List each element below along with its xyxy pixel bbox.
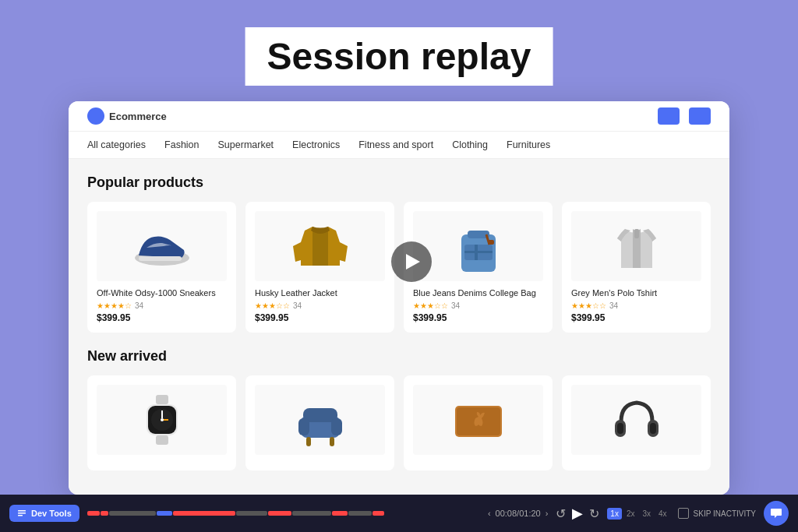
next-btn[interactable]: › (546, 509, 549, 518)
rewind-button[interactable]: ↺ (556, 506, 566, 521)
category-furnitures[interactable]: Furnitures (507, 139, 550, 150)
svg-rect-6 (464, 251, 493, 253)
product-image-sleeve (413, 385, 543, 455)
product-name-sneakers: Off-White Odsy-1000 Sneakers (97, 287, 227, 298)
popular-title: Popular products (87, 174, 711, 191)
nav-button-2[interactable] (689, 107, 711, 125)
page-title-box: Session replay (245, 27, 553, 86)
product-price-bag: $399.95 (413, 312, 543, 323)
stars-bag: ★★★☆☆ (413, 301, 448, 310)
svg-rect-19 (298, 418, 309, 435)
svg-rect-31 (18, 515, 23, 516)
dev-tools-button[interactable]: Dev Tools (9, 505, 79, 522)
bottom-toolbar: Dev Tools ‹ 00:08/01:20 › ↺ ▶ ↻ 1x 2x (0, 495, 798, 532)
category-all[interactable]: All categories (87, 139, 146, 150)
product-card-sleeve[interactable] (404, 375, 553, 470)
svg-rect-1 (139, 256, 182, 261)
timeline-area[interactable] (87, 495, 480, 532)
main-content: Popular products (69, 159, 729, 495)
category-supermarket[interactable]: Supermarket (218, 139, 274, 150)
product-image-watch (97, 385, 227, 455)
product-name-shirt: Grey Men's Polo Tshirt (571, 287, 701, 298)
chat-button[interactable] (764, 501, 789, 526)
product-card-jacket[interactable]: Husky Leather Jacket ★★★☆☆ 34 $399.95 (245, 202, 394, 333)
svg-rect-22 (330, 437, 334, 446)
dev-tools-label: Dev Tools (31, 509, 72, 518)
nav-button-1[interactable] (658, 107, 680, 125)
product-price-sneakers: $399.95 (97, 312, 227, 323)
stars-jacket: ★★★☆☆ (255, 301, 290, 310)
popular-products-section: Popular products (87, 174, 711, 333)
svg-rect-9 (156, 395, 168, 404)
category-electronics[interactable]: Electronics (292, 139, 340, 150)
play-button[interactable] (391, 241, 432, 282)
page-title: Session replay (267, 36, 531, 77)
nav-logo-text: Ecommerce (109, 111, 167, 122)
svg-rect-29 (18, 510, 26, 512)
svg-rect-8 (634, 229, 639, 238)
product-price-jacket: $399.95 (255, 312, 385, 323)
product-card-sneakers[interactable]: Off-White Odsy-1000 Sneakers ★★★★☆ 34 $3… (87, 202, 236, 333)
new-arrived-title: New arrived (87, 348, 711, 365)
category-fitness[interactable]: Fitness and sport (358, 139, 433, 150)
rating-count-shirt: 34 (609, 301, 618, 310)
nav-logo: Ecommerce (87, 107, 167, 125)
product-image-sneakers (97, 211, 227, 281)
product-image-jacket (255, 211, 385, 281)
product-rating-shirt: ★★★☆☆ 34 (571, 301, 701, 310)
chat-icon (770, 507, 782, 520)
browser-window: Ecommerce All categories Fashion Superma… (69, 101, 729, 495)
skip-label: SKIP INACTIVITY (694, 509, 756, 518)
play-triangle-icon (406, 254, 420, 270)
svg-rect-14 (161, 410, 163, 418)
category-nav: All categories Fashion Supermarket Elect… (69, 132, 729, 159)
rating-count-bag: 34 (451, 301, 460, 310)
svg-point-16 (161, 418, 164, 421)
product-rating-bag: ★★★☆☆ 34 (413, 301, 543, 310)
product-card-watch[interactable] (87, 375, 236, 470)
speed-controls: 1x 2x 3x 4x (607, 508, 669, 520)
speed-1x[interactable]: 1x (607, 508, 622, 520)
time-value: 00:08/01:20 (496, 509, 541, 518)
rating-count-jacket: 34 (293, 301, 302, 310)
stars-sneakers: ★★★★☆ (97, 301, 132, 310)
product-name-bag: Blue Jeans Denims College Bag (413, 287, 543, 298)
logo-icon (87, 107, 104, 125)
svg-rect-28 (650, 423, 656, 434)
category-clothing[interactable]: Clothing (452, 139, 488, 150)
product-image-bag (413, 211, 543, 281)
speed-4x[interactable]: 4x (655, 508, 670, 520)
new-arrived-section: New arrived (87, 348, 711, 470)
category-fashion[interactable]: Fashion (164, 139, 199, 150)
nav-bar: Ecommerce (69, 101, 729, 132)
skip-checkbox[interactable] (678, 508, 689, 519)
product-card-shirt[interactable]: Grey Men's Polo Tshirt ★★★☆☆ 34 $399.95 (562, 202, 711, 333)
product-card-headphones[interactable] (562, 375, 711, 470)
product-image-headphones (571, 385, 701, 455)
stars-shirt: ★★★☆☆ (571, 301, 606, 310)
svg-rect-10 (156, 435, 168, 445)
prev-btn[interactable]: ‹ (488, 509, 491, 518)
product-price-shirt: $399.95 (571, 312, 701, 323)
time-display: ‹ 00:08/01:20 › (488, 509, 548, 518)
svg-rect-21 (306, 437, 311, 446)
product-name-jacket: Husky Leather Jacket (255, 287, 385, 298)
new-arrived-grid (87, 375, 711, 470)
transport-controls: ↺ ▶ ↻ (556, 505, 599, 522)
svg-rect-20 (331, 418, 342, 435)
product-rating-sneakers: ★★★★☆ 34 (97, 301, 227, 310)
svg-rect-7 (488, 240, 494, 245)
skip-inactivity: SKIP INACTIVITY (678, 508, 756, 519)
product-image-shirt (571, 211, 701, 281)
speed-3x[interactable]: 3x (639, 508, 654, 520)
timeline-top (87, 510, 480, 516)
product-rating-jacket: ★★★☆☆ 34 (255, 301, 385, 310)
svg-rect-30 (18, 513, 26, 514)
svg-rect-27 (617, 423, 623, 434)
speed-2x[interactable]: 2x (623, 508, 638, 520)
fast-forward-button[interactable]: ↻ (589, 506, 599, 521)
dev-tools-icon (17, 509, 26, 518)
play-pause-button[interactable]: ▶ (572, 505, 583, 522)
rating-count-sneakers: 34 (135, 301, 143, 310)
product-card-chair[interactable] (245, 375, 394, 470)
